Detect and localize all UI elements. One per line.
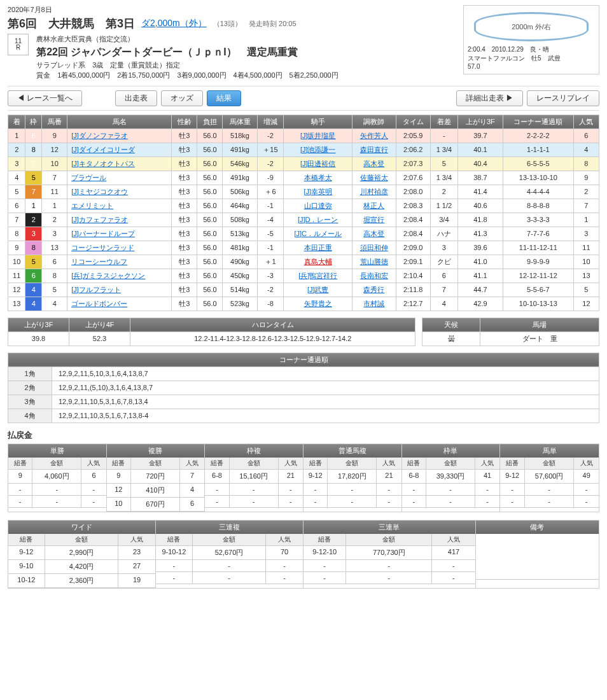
result-row: 5711[J]ミヤジコクオウ牡356.0506kg＋6[J]幸英明川村禎彦2:0… (8, 185, 599, 199)
result-row: 3710[J]キタノオクトパス牡356.0546kg-2[J]田邊裕信高木登2:… (8, 157, 599, 171)
jockey-link[interactable]: [J]C．ルメール (294, 230, 342, 237)
col-header: 馬番 (42, 115, 67, 129)
trainer-link[interactable]: 佐藤裕太 (360, 174, 388, 181)
result-row: 9813コージーサンラッド牡356.0481kg-1本田正重須田和伸2:09.0… (8, 241, 599, 255)
col-header: 増減 (257, 115, 284, 129)
col-header: 着差 (430, 115, 457, 129)
horse-link[interactable]: [J]ミヤジコクオウ (71, 188, 128, 195)
corner-table: コーナー通過順 1角12,9,2,11,5,10,3,1,6,4,13,8,72… (8, 353, 599, 423)
horse-link[interactable]: [J]バーナードループ (71, 230, 135, 237)
col-header: 調教師 (352, 115, 396, 129)
col-header: 人気 (573, 115, 599, 129)
race-date: 2020年7月8日 (8, 5, 463, 15)
horse-link[interactable]: コージーサンラッド (71, 244, 134, 251)
col-header: 馬体重 (223, 115, 257, 129)
trainer-link[interactable]: 須田和伸 (360, 244, 388, 251)
tab-entries[interactable]: 出走表 (115, 90, 157, 106)
race-number: 11R (8, 34, 29, 55)
track-diagram: 2000m 外/右 (474, 12, 589, 41)
payout-table-1: 単勝組番金額人気94,060円6------複勝組番金額人気9720円71241… (8, 444, 599, 512)
trainer-link[interactable]: 高木登 (363, 230, 384, 237)
tab-odds[interactable]: オッズ (161, 90, 203, 106)
jockey-link[interactable]: 本橋孝太 (304, 174, 332, 181)
record-weight: 57.0 (468, 63, 595, 70)
horse-link[interactable]: リコーシーウルフ (71, 258, 127, 265)
col-header: 着 (8, 115, 25, 129)
trainer-link[interactable]: 長南和宏 (360, 272, 388, 279)
horse-link[interactable]: [J]キタノオクトパス (71, 160, 135, 167)
horse-link[interactable]: [J]カフェファラオ (71, 216, 128, 223)
result-row: 1344ゴールドボンバー牡356.0523kg-8矢野貴之市村誠2:12.744… (8, 297, 599, 311)
distance-link[interactable]: ダ2,000m（外） (141, 18, 207, 29)
trainer-link[interactable]: 川村禎彦 (360, 188, 388, 195)
condition-table: 天候馬場 曇ダート 重 (422, 318, 599, 346)
jockey-link[interactable]: [J]田邊裕信 (300, 160, 336, 167)
jockey-link[interactable]: [J]池添謙一 (300, 146, 336, 153)
col-header: コーナー通過順 (503, 115, 573, 129)
result-row: 611エメリミット牡356.0464kg-1山口達弥林正人2:08.31 1/2… (8, 199, 599, 213)
horse-link[interactable]: [J]ダイメイコリーダ (71, 146, 135, 153)
result-row: 169[J]ダノンファラオ牡356.0518kg-2[J]坂井瑠星矢作芳人2:0… (8, 129, 599, 143)
result-row: 457ブラヴール牡356.0491kg-9本橋孝太佐藤裕太2:07.61 3/4… (8, 171, 599, 185)
result-row: 1056リコーシーウルフ牡356.0490kg＋1真島大輔荒山勝徳2:09.1ク… (8, 255, 599, 269)
result-row: 1168[兵]ガミラスジャクソン牡356.0450kg-3[兵]鴨宮祥行長南和宏… (8, 269, 599, 283)
race-info: （13頭） 発走時刻 20:05 (213, 19, 297, 29)
trainer-link[interactable]: 堀宣行 (363, 216, 384, 223)
horse-link[interactable]: ブラヴール (71, 174, 106, 181)
jockey-link[interactable]: [J]武豊 (307, 286, 329, 293)
jockey-link[interactable]: [J]幸英明 (304, 188, 332, 195)
payout-title: 払戻金 (8, 430, 599, 441)
trainer-link[interactable]: 森田直行 (360, 146, 388, 153)
horse-link[interactable]: エメリミット (71, 202, 113, 209)
col-header: 馬名 (67, 115, 172, 129)
record-horse: スマートファルコン 牡5 武豊 (468, 54, 595, 63)
track-record-box: 2000m 外/右 2:00.4 2010.12.29 良・晴 スマートファルコ… (463, 5, 599, 74)
jockey-link[interactable]: [J]D．レーン (298, 216, 338, 223)
horse-link[interactable]: [兵]ガミラスジャクソン (71, 272, 145, 279)
meeting-title: 第6回 大井競馬 第3日 (8, 16, 135, 31)
col-header: 騎手 (284, 115, 352, 129)
corner-title: コーナー通過順 (8, 353, 599, 367)
race-subtitle-1: 農林水産大臣賞典（指定交流） (36, 34, 338, 45)
trainer-link[interactable]: 高木登 (363, 160, 384, 167)
result-row: 722[J]カフェファラオ牡356.0508kg-4[J]D．レーン堀宣行2:0… (8, 213, 599, 227)
results-table: 着枠馬番馬名性齢負担馬体重増減騎手調教師タイム着差上がり3Fコーナー通過順人気 … (8, 115, 599, 311)
detailed-entries-button[interactable]: 詳細出走表 ▶ (456, 90, 523, 106)
horse-link[interactable]: [J]フルフラット (71, 286, 121, 293)
col-header: 枠 (25, 115, 42, 129)
trainer-link[interactable]: 森秀行 (363, 286, 384, 293)
result-row: 833[J]バーナードループ牡356.0513kg-5[J]C．ルメール高木登2… (8, 227, 599, 241)
trainer-link[interactable]: 矢作芳人 (360, 132, 388, 139)
trainer-link[interactable]: 荒山勝徳 (360, 258, 388, 265)
race-subtitle-2: サラブレッド系 3歳 定量（重賞競走）指定 (36, 60, 338, 71)
back-button[interactable]: ◀ レース一覧へ (8, 90, 82, 106)
col-header: 負担 (197, 115, 223, 129)
lap-table: 上がり3F上がり4Fハロンタイム 39.852.312.2-11.4-12.3-… (8, 318, 415, 346)
horse-link[interactable]: ゴールドボンバー (71, 300, 127, 307)
jockey-link[interactable]: 矢野貴之 (304, 300, 332, 307)
trainer-link[interactable]: 林正人 (363, 202, 384, 209)
tab-results[interactable]: 結果 (207, 90, 241, 106)
col-header: 性齢 (172, 115, 197, 129)
race-name: 第22回 ジャパンダートダービー（ＪｐｎI） 選定馬重賞 (36, 45, 338, 60)
col-header: 上がり3F (457, 115, 503, 129)
result-row: 1245[J]フルフラット牡356.0514kg-2[J]武豊森秀行2:11.8… (8, 283, 599, 297)
horse-link[interactable]: [J]ダノンファラオ (71, 132, 128, 139)
col-header: タイム (396, 115, 430, 129)
race-replay-button[interactable]: レースリプレイ (527, 90, 599, 106)
result-row: 2812[J]ダイメイコリーダ牡356.0491kg＋15[J]池添謙一森田直行… (8, 143, 599, 157)
prize-money: 賞金 1着45,000,000円 2着15,750,000円 3着9,000,0… (36, 70, 338, 81)
jockey-link[interactable]: 山口達弥 (304, 202, 332, 209)
trainer-link[interactable]: 市村誠 (363, 300, 384, 307)
payout-table-2: ワイド組番金額人気9-122,990円239-104,420円2710-122,… (8, 520, 599, 589)
jockey-link[interactable]: [J]坂井瑠星 (300, 132, 336, 139)
jockey-link[interactable]: 真島大輔 (304, 258, 332, 265)
jockey-link[interactable]: [兵]鴨宮祥行 (298, 272, 337, 279)
record-time: 2:00.4 2010.12.29 良・晴 (468, 45, 595, 54)
jockey-link[interactable]: 本田正重 (304, 244, 332, 251)
